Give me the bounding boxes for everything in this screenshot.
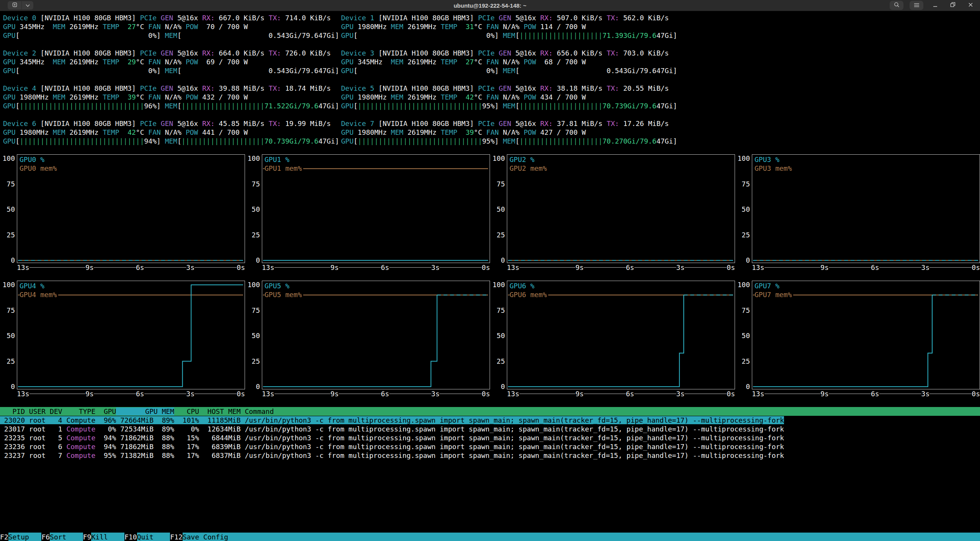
y-tick-label: 25 xyxy=(7,230,15,239)
axis-line xyxy=(274,394,331,394)
mem-usage: 0.543Gi/79.647Gi xyxy=(519,67,673,75)
text-span: °C xyxy=(136,23,149,31)
x-tick-label: 0s xyxy=(972,389,980,398)
axis-line xyxy=(339,267,381,268)
text-span: GPU xyxy=(341,93,358,101)
device-info-line: Device 7 [NVIDIA H100 80GB HBM3] PCIe GE… xyxy=(341,119,679,128)
text-span: GEN xyxy=(161,49,177,57)
power-value: 434 / 700 W xyxy=(540,93,586,101)
y-tick-label: 100 xyxy=(737,280,750,289)
text-span: RX: xyxy=(540,84,557,92)
text-span: ] xyxy=(157,31,165,39)
x-tick-label: 0s xyxy=(482,389,490,398)
tx-rate: 20.55 MiB/s xyxy=(623,84,669,92)
text-span: 5@16x xyxy=(515,49,540,57)
axis-line xyxy=(684,267,727,268)
gpu-bar: |||||||||||||||||||||||||||||| xyxy=(358,137,482,145)
maximize-button[interactable] xyxy=(947,1,959,10)
mem-usage: 71.393Gi/79.6 xyxy=(603,31,657,39)
device-clock-line: GPU 1980MHz MEM 2619MHz TEMP 39°C FAN N/… xyxy=(341,128,679,137)
text-span: GPU xyxy=(3,67,16,75)
process-row-23236[interactable]: 23236 root 6 Compute 94% 71862MiB 88% 17… xyxy=(0,442,980,451)
mem-clock: 2619MHz xyxy=(69,93,103,101)
axis-line xyxy=(339,394,381,394)
y-axis-labels: 1007550250 xyxy=(0,154,17,263)
x-tick-label: 9s xyxy=(820,263,829,272)
chart-legend: GPU3 %GPU3 mem% xyxy=(755,155,793,173)
fkey-quit-button[interactable]: Quit xyxy=(137,533,170,541)
close-button[interactable] xyxy=(965,1,976,10)
mem-clock: 2619MHz xyxy=(407,128,441,136)
y-tick-label: 25 xyxy=(742,230,750,239)
fkey-kill-button[interactable]: Kill xyxy=(91,533,124,541)
text-span: RX: xyxy=(202,84,219,92)
text-span: MEM xyxy=(53,93,69,101)
fkey-save-config-button[interactable]: Save Config xyxy=(183,533,980,541)
text-span: POW xyxy=(524,128,540,136)
x-tick-label: 3s xyxy=(186,389,195,398)
search-button[interactable] xyxy=(890,1,903,10)
device-label: Device 5 xyxy=(341,84,379,92)
process-stats: 94% 71862MiB 88% 17% 6839MiB /usr/bin/py… xyxy=(95,443,784,451)
y-tick-label: 75 xyxy=(497,306,505,314)
process-row-23235[interactable]: 23235 root 5 Compute 94% 71862MiB 88% 15… xyxy=(0,433,980,442)
rx-rate: 37.81 MiB/s xyxy=(557,119,607,127)
new-tab-button[interactable] xyxy=(8,1,21,10)
text-span: TEMP xyxy=(441,58,461,66)
text-span: [ xyxy=(177,67,181,75)
fkey-label-f2: F2 xyxy=(0,533,8,541)
rx-rate: 38.18 MiB/s xyxy=(557,84,607,92)
text-span: °C xyxy=(474,128,487,136)
legend-gpu-label: GPU0 % xyxy=(20,155,57,164)
text-span: TEMP xyxy=(441,23,461,31)
chart-row: 1007550250GPU0 %GPU0 mem%13s9s6s3s0s1007… xyxy=(0,154,980,271)
gpu-percent: 0% xyxy=(358,31,495,39)
fkey-label-f10: F10 xyxy=(124,533,137,541)
fkey-sort-button[interactable]: Sort xyxy=(50,533,83,541)
text-span: °C xyxy=(136,58,149,66)
chart-legend: GPU2 %GPU2 mem% xyxy=(510,155,548,173)
text-span: [ xyxy=(177,137,181,145)
sort-column-gpu-mem[interactable]: GPU MEM xyxy=(116,407,174,415)
gpu-5-chart: 1007550250GPU5 %GPU5 mem%13s9s6s3s0s xyxy=(245,281,490,398)
device-bars-line: GPU[ 0%] MEM[ 0.543Gi/79.647Gi] xyxy=(3,31,341,40)
text-span: TX: xyxy=(269,119,285,127)
process-row-23020[interactable]: 23020 root 4 Compute 96% 72664MiB 89% 10… xyxy=(0,416,980,425)
gpu-clock: 345MHz xyxy=(20,58,53,66)
text-span: PCIe xyxy=(140,84,161,92)
text-span: GPU xyxy=(341,102,354,110)
legend-mem-label: GPU7 mem% xyxy=(755,290,792,299)
process-row-23017[interactable]: 23017 root 1 Compute 0% 72534MiB 89% 0% … xyxy=(0,425,980,433)
device-clock-line: GPU 345MHz MEM 2619MHz TEMP 29°C FAN N/A… xyxy=(3,57,341,66)
gpu-clock: 1980MHz xyxy=(358,23,391,31)
menu-button[interactable] xyxy=(910,1,923,10)
tx-rate: 19.99 MiB/s xyxy=(285,119,331,127)
device-label: Device 6 xyxy=(3,119,41,127)
fkey-setup-button[interactable]: Setup xyxy=(8,533,42,541)
device-label: Device 0 xyxy=(3,14,41,22)
minimize-button[interactable] xyxy=(929,1,941,10)
tab-list-button[interactable] xyxy=(22,1,33,10)
text-span: POW xyxy=(524,93,540,101)
device-6-stats: Device 6 [NVIDIA H100 80GB HBM3] PCIe GE… xyxy=(3,119,341,145)
process-row-23237[interactable]: 23237 root 7 Compute 95% 71382MiB 88% 17… xyxy=(0,451,980,460)
temp-value: 27 xyxy=(123,23,136,31)
text-span: PCIe xyxy=(478,49,499,57)
x-tick-label: 13s xyxy=(262,389,274,398)
y-tick-label: 100 xyxy=(737,154,750,163)
device-7-stats: Device 7 [NVIDIA H100 80GB HBM3] PCIe GE… xyxy=(341,119,679,145)
device-info-line: Device 4 [NVIDIA H100 80GB HBM3] PCIe GE… xyxy=(3,84,341,93)
fan-value: N/A% xyxy=(503,23,524,31)
minimize-icon xyxy=(933,2,938,9)
chart-plot-area: GPU2 %GPU2 mem% xyxy=(507,154,735,263)
mem-bar: |||||||||||||||||||| xyxy=(519,102,603,110)
x-axis: 13s9s6s3s0s xyxy=(262,263,490,271)
y-tick-label: 25 xyxy=(7,356,15,365)
text-span: ] xyxy=(673,137,677,145)
text-span: TEMP xyxy=(103,93,123,101)
text-span: MEM xyxy=(53,23,69,31)
x-tick-label: 3s xyxy=(431,389,440,398)
temp-value: 31 xyxy=(461,23,474,31)
x-tick-label: 6s xyxy=(136,389,144,398)
text-span: GPU xyxy=(3,102,16,110)
